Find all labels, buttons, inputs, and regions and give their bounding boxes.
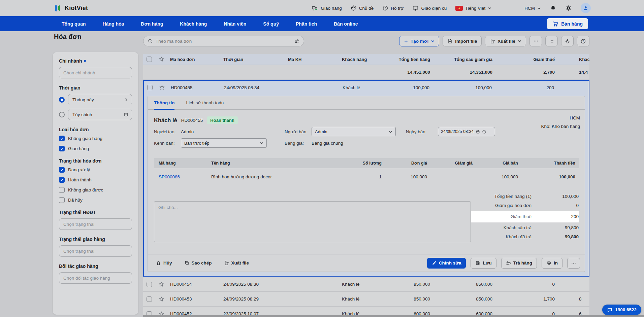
tab-thong-tin[interactable]: Thông tin — [154, 96, 174, 109]
nav-item-hang-hoa[interactable]: Hàng hóa — [101, 20, 126, 28]
row-checkbox[interactable] — [147, 296, 152, 302]
product-unit-price: 100,000 — [385, 174, 430, 179]
sale-date-field[interactable]: 24/09/2025 08:34 — [438, 127, 495, 136]
search-box[interactable] — [143, 36, 304, 46]
star-icon[interactable] — [158, 281, 164, 287]
return-goods-button[interactable]: Trả hàng — [501, 258, 537, 269]
checkbox-checked-icon[interactable] — [59, 177, 65, 183]
save-icon — [475, 260, 480, 266]
settings-button[interactable] — [565, 5, 572, 11]
save-button[interactable]: Lưu — [471, 258, 496, 269]
channel-select[interactable]: Bán trực tiếp — [181, 138, 267, 148]
col-ma-hoa-don[interactable]: Mã hóa đơn — [167, 57, 218, 62]
create-new-button[interactable]: Tạo mới — [399, 36, 439, 46]
nav-item-nhan-vien[interactable]: Nhân viên — [222, 20, 248, 28]
copy-invoice-button[interactable]: Sao chép — [184, 260, 212, 266]
col-giam-thue[interactable]: Giảm thuế — [495, 57, 557, 62]
detail-warehouse: Kho: Kho bán hàng — [541, 122, 580, 131]
checkbox-checked-icon[interactable] — [59, 146, 65, 151]
nav-item-phan-tich[interactable]: Phân tích — [294, 20, 319, 28]
col-thoi-gian[interactable]: Thời gian — [218, 57, 285, 62]
time-option-this-month[interactable]: Tháng này — [59, 94, 132, 105]
detail-form-row-1: Người tạo: Admin Người bán: Admin Ngày b… — [154, 127, 579, 137]
search-input[interactable] — [156, 39, 291, 44]
time-option-custom[interactable]: Tùy chỉnh — [59, 109, 132, 120]
seller-select[interactable]: Admin — [312, 127, 396, 136]
row-checkbox[interactable] — [147, 85, 153, 90]
col-tong-sau-giam-gia[interactable]: Tổng sau giảm giá — [433, 57, 495, 62]
table-row[interactable]: HD000453 24/09/2025 08:29 Khách lẻ 850,0… — [143, 292, 589, 307]
delivery-status-input[interactable] — [59, 245, 132, 257]
cancel-invoice-button[interactable]: Hủy — [156, 260, 172, 266]
filter-delivery-partner-label: Đối tác giao hàng — [59, 263, 132, 269]
col-tong-tien-hang[interactable]: Tổng tiền hàng — [387, 57, 433, 62]
nav-item-ban-online[interactable]: Bán online — [332, 20, 360, 28]
topbar-theme-link[interactable]: Chủ đề — [351, 5, 374, 11]
settings-button[interactable] — [561, 36, 574, 46]
col-khach-hang[interactable]: Khách hàng — [339, 57, 387, 62]
user-avatar[interactable] — [581, 3, 591, 13]
topbar-branch-selector[interactable]: HCM — [524, 6, 541, 11]
horizontal-scrollbar[interactable] — [143, 315, 644, 317]
help-button[interactable]: ? — [577, 36, 589, 46]
checkbox-dang-xu-ly[interactable]: Đang xử lý — [59, 167, 132, 173]
more-footer-actions-button[interactable] — [567, 258, 580, 269]
star-icon[interactable] — [158, 56, 164, 62]
radio-unselected-icon[interactable] — [59, 112, 65, 117]
col-ma-kh[interactable]: Mã KH — [285, 57, 339, 62]
support-icon — [382, 5, 388, 11]
monitor-icon — [412, 5, 419, 11]
print-button[interactable]: In — [542, 258, 562, 269]
table-row-selected[interactable]: HD000455 24/09/2025 08:34 Khách lẻ 100,0… — [144, 81, 589, 94]
nav-item-don-hang[interactable]: Đơn hàng — [139, 20, 165, 28]
table-row[interactable]: HD000454 24/09/2025 08:30 Khách lẻ 850,0… — [143, 277, 589, 292]
nav-item-so-quy[interactable]: Sổ quỹ — [261, 20, 281, 28]
radio-selected-icon[interactable] — [59, 97, 65, 103]
note-textarea[interactable] — [154, 201, 471, 242]
checkbox-checked-icon[interactable] — [59, 136, 65, 141]
row-checkbox[interactable] — [147, 282, 152, 287]
hotline-chat-button[interactable]: 1900 6522 — [602, 305, 641, 315]
product-amount: 100,000 — [521, 174, 579, 179]
branch-select-input[interactable] — [59, 67, 132, 78]
price-list-label: Bảng giá: — [285, 141, 312, 146]
checkbox-da-huy[interactable]: Đã hủy — [59, 197, 132, 203]
checkbox-giao-hang[interactable]: Giao hàng — [59, 146, 132, 151]
tab-lich-su-thanh-toan[interactable]: Lịch sử thanh toán — [186, 96, 224, 109]
export-file-button[interactable]: Xuất file — [485, 36, 526, 46]
plus-icon — [404, 39, 408, 43]
checkbox-checked-icon[interactable] — [59, 167, 65, 173]
person-icon — [583, 5, 589, 11]
star-icon[interactable] — [159, 84, 165, 91]
topbar-legacy-link[interactable]: Giao diện cũ — [412, 5, 447, 11]
einvoice-status-input[interactable] — [59, 218, 132, 230]
import-file-button[interactable]: Import file — [443, 36, 482, 46]
star-icon[interactable] — [158, 296, 164, 302]
checkbox-khong-giao-hang[interactable]: Không giao hàng — [59, 136, 132, 141]
sell-button[interactable]: Bán hàng — [547, 18, 588, 29]
checkbox-unchecked-icon[interactable] — [59, 197, 65, 203]
delivery-partner-input[interactable] — [59, 272, 132, 284]
checkbox-hoan-thanh[interactable]: Hoàn thành — [59, 177, 132, 183]
toolbar-actions: Tạo mới Import file Xuất file — [399, 36, 589, 46]
select-all-checkbox[interactable] — [147, 57, 152, 62]
checkbox-khong-giao-duoc[interactable]: Không giao được — [59, 187, 132, 193]
branch-info: HCM Kho: Kho bán hàng — [541, 114, 580, 131]
edit-button[interactable]: Chỉnh sửa — [427, 258, 466, 269]
more-actions-button[interactable] — [529, 36, 542, 46]
notifications-button[interactable] — [550, 5, 556, 11]
topbar-delivery-link[interactable]: Giao hàng — [312, 5, 342, 11]
nav-item-tong-quan[interactable]: Tổng quan — [60, 20, 88, 28]
product-code-link[interactable]: SP000086 — [154, 174, 211, 179]
checkbox-unchecked-icon[interactable] — [59, 187, 65, 193]
total-row-customer-paid: Khách đã trả 99,800 — [471, 232, 579, 241]
nav-item-khach-hang[interactable]: Khách hàng — [178, 20, 209, 28]
column-settings-button[interactable] — [545, 36, 558, 46]
topbar-language-selector[interactable]: ★ Tiếng Việt — [455, 6, 491, 11]
export-invoice-button[interactable]: Xuất file — [224, 260, 249, 266]
col-khac[interactable]: Khác — [557, 57, 589, 62]
note-and-totals: Tổng tiền hàng (1) 100,000 Giảm giá hóa … — [154, 192, 579, 242]
brand-logo[interactable]: KiotViet — [53, 4, 88, 12]
filter-sliders-icon[interactable] — [294, 38, 300, 44]
topbar-support-link[interactable]: Hỗ trợ — [382, 5, 404, 11]
